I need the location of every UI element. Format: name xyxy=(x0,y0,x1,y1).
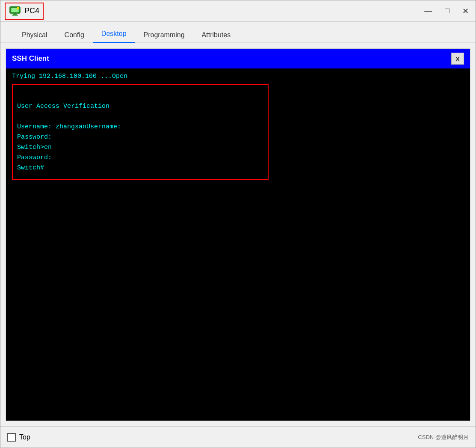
terminal-line-4: Password: xyxy=(17,132,263,142)
terminal-line-6: Password: xyxy=(17,153,263,163)
top-label: Top xyxy=(19,433,30,441)
terminal-line-1: User Access Verification xyxy=(17,101,263,112)
terminal-top-line: Trying 192.168.100.100 ...Open xyxy=(12,73,464,80)
terminal-session: User Access Verification Username: zhang… xyxy=(12,84,269,180)
tab-bar: Physical Config Desktop Programming Attr… xyxy=(0,22,476,43)
pc-icon xyxy=(9,5,21,17)
ssh-close-button[interactable]: X xyxy=(451,53,464,65)
maximize-button[interactable]: □ xyxy=(442,6,452,16)
window-title: PC4 xyxy=(24,6,39,15)
tab-desktop[interactable]: Desktop xyxy=(93,26,135,43)
main-window: PC4 — □ ✕ Physical Config Desktop Progra… xyxy=(0,0,476,448)
terminal-line-7: Switch# xyxy=(17,163,263,173)
titlebar-left: PC4 xyxy=(5,3,44,20)
ssh-panel: SSH Client X Trying 192.168.100.100 ...O… xyxy=(6,48,470,421)
terminal-line-3: Username: zhangsanUsername: xyxy=(17,122,263,132)
tab-config[interactable]: Config xyxy=(56,27,93,43)
tab-attributes[interactable]: Attributes xyxy=(193,27,239,43)
svg-rect-3 xyxy=(12,15,18,15)
bottombar-left: Top xyxy=(7,433,30,442)
terminal-area[interactable]: Trying 192.168.100.100 ...Open User Acce… xyxy=(6,68,470,421)
titlebar: PC4 — □ ✕ xyxy=(0,0,476,22)
titlebar-controls: — □ ✕ xyxy=(422,6,471,17)
tab-physical[interactable]: Physical xyxy=(13,27,56,43)
terminal-line-5: Switch>en xyxy=(17,142,263,153)
minimize-button[interactable]: — xyxy=(422,6,435,16)
top-checkbox[interactable] xyxy=(7,433,16,442)
close-button[interactable]: ✕ xyxy=(460,6,471,17)
top-checkbox-container: Top xyxy=(7,433,30,442)
terminal-line-2 xyxy=(17,112,263,122)
ssh-panel-title: SSH Client xyxy=(12,54,49,63)
ssh-header: SSH Client X xyxy=(6,49,470,68)
watermark: CSDN @遊风醉明月 xyxy=(418,433,469,441)
bottombar: Top CSDN @遊风醉明月 xyxy=(0,426,476,448)
tab-programming[interactable]: Programming xyxy=(135,27,193,43)
svg-marker-2 xyxy=(13,13,18,15)
terminal-line-0 xyxy=(17,91,263,101)
content-area: SSH Client X Trying 192.168.100.100 ...O… xyxy=(0,43,476,426)
